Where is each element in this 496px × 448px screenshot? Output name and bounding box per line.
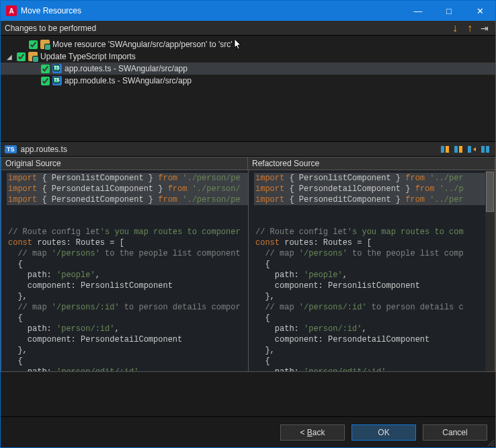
title-bar[interactable]: A Move Resources — □ ✕	[1, 1, 495, 21]
change-checkbox[interactable]	[29, 40, 38, 49]
change-checkbox[interactable]	[41, 77, 50, 85]
compare-nav1-button[interactable]	[439, 143, 451, 155]
change-icon	[28, 52, 38, 61]
scroll-thumb[interactable]	[486, 172, 494, 212]
tree-row[interactable]: ◢Update TypeScript Imports	[1, 50, 495, 63]
tree-row-label: app.module.ts - SWAngular/src/app	[65, 76, 192, 85]
refactored-source-pane[interactable]: import { PersonlistComponent } from '../…	[248, 170, 495, 371]
changes-label: Changes to be performed	[5, 24, 96, 33]
diff-headers: Original Source Refactored Source	[1, 157, 495, 170]
cancel-button[interactable]: Cancel	[423, 424, 487, 441]
diff-viewer: import { PersonlistComponent } from './p…	[1, 170, 495, 372]
tree-row-label: app.routes.ts - SWAngular/src/app	[65, 64, 188, 73]
close-button[interactable]: ✕	[464, 1, 495, 21]
svg-rect-3	[459, 146, 462, 153]
dialog-footer: < Back OK Cancel	[1, 416, 495, 447]
dialog-window: A Move Resources — □ ✕ Changes to be per…	[0, 0, 496, 448]
ts-file-icon	[52, 64, 62, 73]
window-title: Move Resources	[21, 6, 81, 15]
ts-file-icon	[52, 76, 62, 85]
svg-rect-2	[454, 146, 458, 153]
dialog-body-spacer	[1, 372, 495, 416]
arrow-up-icon: ↑	[467, 22, 472, 34]
mouse-cursor-icon	[233, 38, 243, 50]
arrow-down-icon: ↓	[452, 22, 458, 34]
preview-toolbar: TS app.routes.ts	[1, 142, 495, 157]
original-source-header: Original Source	[1, 157, 248, 170]
preview-filename: app.routes.ts	[21, 145, 67, 154]
back-button[interactable]: < Back	[280, 424, 345, 441]
next-change-button[interactable]: ↓	[448, 22, 462, 35]
filter-button[interactable]: ⇥	[478, 22, 491, 35]
svg-rect-0	[441, 146, 444, 153]
vertical-scrollbar[interactable]	[485, 170, 495, 371]
angular-icon: A	[6, 5, 17, 16]
compare-nav4-button[interactable]	[479, 143, 491, 155]
change-checkbox[interactable]	[41, 65, 50, 73]
prev-change-button[interactable]: ↑	[463, 22, 477, 35]
compare-nav2-button[interactable]	[452, 143, 464, 155]
original-code: import { PersonlistComponent } from './p…	[8, 173, 248, 371]
tree-row[interactable]: app.module.ts - SWAngular/src/app	[1, 75, 495, 87]
svg-rect-1	[446, 146, 449, 153]
minimize-button[interactable]: —	[403, 1, 433, 21]
svg-rect-6	[486, 146, 489, 153]
resize-grip-icon[interactable]	[486, 438, 494, 446]
filter-icon: ⇥	[481, 23, 489, 34]
tree-row-label: Move resource 'SWAngular/src/app/person'…	[52, 40, 233, 49]
ts-badge-icon: TS	[5, 145, 17, 153]
maximize-button[interactable]: □	[433, 1, 464, 21]
compare-nav3-button[interactable]	[466, 143, 478, 155]
changes-toolbar: Changes to be performed ↓ ↑ ⇥	[1, 21, 495, 36]
original-source-pane[interactable]: import { PersonlistComponent } from './p…	[1, 170, 248, 371]
expander-icon[interactable]: ◢	[5, 53, 14, 61]
svg-rect-5	[481, 146, 485, 153]
tree-row[interactable]: Move resource 'SWAngular/src/app/person'…	[1, 38, 495, 50]
changes-tree[interactable]: Move resource 'SWAngular/src/app/person'…	[1, 36, 495, 142]
tree-row[interactable]: app.routes.ts - SWAngular/src/app	[1, 63, 495, 75]
change-checkbox[interactable]	[17, 52, 26, 61]
ok-button[interactable]: OK	[352, 424, 416, 441]
tree-row-label: Update TypeScript Imports	[40, 52, 136, 61]
refactored-code: import { PersonlistComponent } from '../…	[255, 173, 495, 371]
refactored-source-header: Refactored Source	[248, 157, 495, 170]
svg-rect-4	[468, 146, 471, 153]
change-icon	[40, 40, 50, 49]
